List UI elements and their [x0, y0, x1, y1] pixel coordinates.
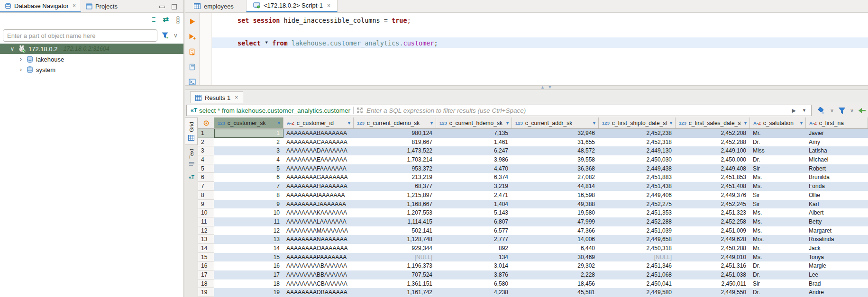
row-number[interactable]: 12: [198, 226, 214, 235]
grid-cell[interactable]: 2,451,346: [599, 261, 676, 270]
grid-cell[interactable]: 1: [214, 129, 283, 138]
grid-cell[interactable]: Andre: [806, 288, 868, 297]
tree-item-system[interactable]: › system: [0, 64, 183, 75]
grid-cell[interactable]: 6,580: [436, 279, 512, 288]
grid-cell[interactable]: AAAAAAAAGAAAAAAA: [283, 173, 354, 182]
grid-cell[interactable]: 6,374: [436, 173, 512, 182]
grid-cell[interactable]: 2,450,041: [599, 279, 676, 288]
grid-cell[interactable]: 1,461: [436, 138, 512, 147]
tree-item-lakehouse[interactable]: › lakehouse: [0, 54, 183, 64]
grid-cell[interactable]: AAAAAAAAIAAAAAAA: [283, 191, 354, 200]
grid-cell[interactable]: 2,451,068: [599, 270, 676, 279]
grid-cell[interactable]: 6,440: [512, 244, 599, 253]
grid-cell[interactable]: 929,344: [354, 244, 436, 253]
grid-cell[interactable]: 5: [214, 164, 283, 173]
editor-results-splitter[interactable]: ▲ ▼: [185, 85, 868, 90]
grid-cell[interactable]: 1,473,522: [354, 146, 436, 155]
column-header-c_first_sales_date_sk[interactable]: 123c_first_sales_date_sk▼: [676, 117, 750, 128]
row-number[interactable]: 9: [198, 200, 214, 209]
grid-cell[interactable]: AAAAAAAAOAAAAAAA: [283, 244, 354, 253]
grid-cell[interactable]: 980,124: [354, 129, 436, 138]
grid-cell[interactable]: 47,999: [512, 217, 599, 226]
grid-cell[interactable]: 19,580: [512, 208, 599, 217]
grid-cell[interactable]: [NULL]: [354, 253, 436, 262]
grid-cell[interactable]: 14: [214, 244, 283, 253]
grid-cell[interactable]: 2,449,658: [599, 235, 676, 244]
grid-cell[interactable]: 134: [436, 253, 512, 262]
grid-cell[interactable]: 2,450,030: [599, 155, 676, 164]
grid-cell[interactable]: 213,219: [354, 173, 436, 182]
grid-cell[interactable]: 1,161,742: [354, 288, 436, 297]
grid-cell[interactable]: 2,452,238: [599, 129, 676, 138]
grid-cell[interactable]: 707,524: [354, 270, 436, 279]
grid-cell[interactable]: [NULL]: [599, 253, 676, 262]
grid-cell[interactable]: Dr.: [750, 270, 806, 279]
grid-cell[interactable]: Mr.: [750, 244, 806, 253]
grid-cell[interactable]: Ms.: [750, 182, 806, 191]
grid-cell[interactable]: AAAAAAAALAAAAAAA: [283, 217, 354, 226]
grid-cell[interactable]: 49,388: [512, 200, 599, 209]
grid-cell[interactable]: 18,456: [512, 279, 599, 288]
grid-cell[interactable]: 32,946: [512, 129, 599, 138]
grid-cell[interactable]: 2,451,316: [676, 261, 750, 270]
grid-cell[interactable]: AAAAAAAAPAAAAAAA: [283, 253, 354, 262]
chevron-collapsed-icon[interactable]: ›: [18, 56, 24, 63]
grid-cell[interactable]: Rosalinda: [806, 235, 868, 244]
row-number[interactable]: 8: [198, 191, 214, 200]
row-number[interactable]: 14: [198, 244, 214, 253]
grid-cell[interactable]: 44,814: [512, 182, 599, 191]
grid-cell[interactable]: 47,366: [512, 226, 599, 235]
grid-cell[interactable]: 16,598: [512, 191, 599, 200]
row-number[interactable]: 1: [198, 129, 214, 138]
grid-cell[interactable]: 1,128,748: [354, 235, 436, 244]
view-menu-icon[interactable]: ooo: [176, 16, 180, 23]
grid-cell[interactable]: AAAAAAAAABAAAAAA: [283, 261, 354, 270]
grid-cell[interactable]: 2,449,580: [599, 288, 676, 297]
grid-cell[interactable]: 17: [214, 270, 283, 279]
grid-cell[interactable]: 2,450,011: [676, 279, 750, 288]
grid-cell[interactable]: 11: [214, 217, 283, 226]
grid-cell[interactable]: 4: [214, 155, 283, 164]
grid-cell[interactable]: 1,703,214: [354, 155, 436, 164]
grid-cell[interactable]: 9: [214, 200, 283, 209]
grid-cell[interactable]: 2,449,130: [599, 146, 676, 155]
grid-cell[interactable]: 2,449,550: [676, 288, 750, 297]
sql-editor-body[interactable]: set session hide_inaccessible_columns = …: [200, 13, 868, 85]
column-header-c_current_hdemo_sk[interactable]: 123c_current_hdemo_sk▼: [436, 117, 512, 128]
grid-cell[interactable]: AAAAAAAAFAAAAAAA: [283, 164, 354, 173]
grid-cell[interactable]: 2,450,318: [599, 244, 676, 253]
collapse-all-icon[interactable]: −−: [152, 15, 155, 24]
value-panel-icon-wrap[interactable]: «T: [185, 171, 198, 184]
grid-cell[interactable]: 2,451,009: [676, 226, 750, 235]
grid-cell[interactable]: 3,014: [436, 261, 512, 270]
grid-cell[interactable]: 2,451,853: [676, 173, 750, 182]
chevron-collapsed-icon[interactable]: ›: [18, 66, 24, 73]
tab-text-view[interactable]: Text: [185, 145, 198, 171]
grid-cell[interactable]: AAAAAAAAHAAAAAAA: [283, 182, 354, 191]
grid-cell[interactable]: Fonda: [806, 182, 868, 191]
grid-cell[interactable]: AAAAAAAAKAAAAAAA: [283, 208, 354, 217]
grid-cell[interactable]: AAAAAAAADAAAAAAA: [283, 146, 354, 155]
explain-plan-icon[interactable]: [189, 63, 196, 71]
grid-cell[interactable]: 2,452,245: [676, 200, 750, 209]
grid-cell[interactable]: 48,572: [512, 146, 599, 155]
grid-cell[interactable]: 6,807: [436, 217, 512, 226]
row-number[interactable]: 11: [198, 217, 214, 226]
grid-cell[interactable]: 1,196,373: [354, 261, 436, 270]
grid-cell[interactable]: 19: [214, 288, 283, 297]
erase-filter-icon[interactable]: [817, 107, 826, 115]
navigate-back-icon[interactable]: [858, 107, 866, 114]
grid-cell[interactable]: Sir: [750, 200, 806, 209]
grid-cell[interactable]: Brad: [806, 279, 868, 288]
grid-cell[interactable]: AAAAAAAACBAAAAAA: [283, 279, 354, 288]
grid-cell[interactable]: Mr.: [750, 129, 806, 138]
tab-grid-view[interactable]: Grid: [185, 117, 198, 145]
grid-cell[interactable]: Miss: [750, 146, 806, 155]
grid-cell[interactable]: Tonya: [806, 253, 868, 262]
grid-cell[interactable]: 2,450,288: [676, 244, 750, 253]
grid-cell[interactable]: Ms.: [750, 208, 806, 217]
grid-cell[interactable]: 15: [214, 253, 283, 262]
grid-cell[interactable]: 3,219: [436, 182, 512, 191]
column-header-c_current_addr_sk[interactable]: 123c_current_addr_sk▼: [512, 117, 599, 128]
close-icon[interactable]: ×: [327, 2, 330, 9]
